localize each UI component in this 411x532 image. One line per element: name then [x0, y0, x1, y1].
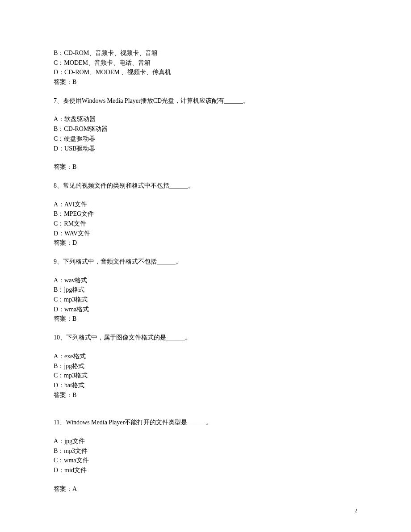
intro-option-d: D：CD-ROM、MODEM 、视频卡、传真机: [54, 67, 357, 77]
q11-option-a: A：jpg文件: [54, 436, 357, 446]
q9-question: 9、下列格式中，音频文件格式不包括______。: [54, 257, 357, 267]
page-number: 2: [355, 506, 358, 515]
q7-option-c: C：硬盘驱动器: [54, 134, 357, 144]
q7-question: 7、要使用Windows Media Player播放CD光盘，计算机应该配有_…: [54, 96, 357, 106]
q10-answer: 答案：B: [54, 390, 357, 400]
q8-option-a: A：AVI文件: [54, 200, 357, 209]
q8-option-d: D：WAV文件: [54, 229, 357, 239]
q7-option-b: B：CD-ROM驱动器: [54, 124, 357, 134]
intro-option-c: C：MODEM、音频卡、电话、音箱: [54, 58, 357, 68]
q9-option-d: D：wma格式: [54, 305, 357, 314]
q10-question: 10、下列格式中，属于图像文件格式的是______。: [54, 333, 357, 343]
q9-option-c: C：mp3格式: [54, 295, 357, 305]
q8-question: 8、常见的视频文件的类别和格式中不包括______。: [54, 181, 357, 191]
q7-answer: 答案：B: [54, 162, 357, 172]
q11-question: 11、Windows Media Player不能打开的文件类型是______。: [54, 418, 357, 427]
q7-option-d: D：USB驱动器: [54, 144, 357, 154]
q7-option-a: A：软盘驱动器: [54, 114, 357, 124]
q11-option-c: C：wma文件: [54, 456, 357, 465]
q11-option-b: B：mp3文件: [54, 446, 357, 456]
intro-answer: 答案：B: [54, 77, 357, 87]
q8-answer: 答案：D: [54, 238, 357, 248]
q9-option-b: B：jpg格式: [54, 285, 357, 295]
q8-option-c: C：RM文件: [54, 219, 357, 229]
q9-option-a: A：wav格式: [54, 276, 357, 285]
q9-answer: 答案：B: [54, 314, 357, 324]
q10-option-c: C：mp3格式: [54, 371, 357, 381]
q11-option-d: D：mid文件: [54, 465, 357, 475]
q10-option-a: A：exe格式: [54, 352, 357, 361]
q10-option-b: B：jpg格式: [54, 361, 357, 371]
document-page: B：CD-ROM、音频卡、视频卡、音箱 C：MODEM、音频卡、电话、音箱 D：…: [0, 0, 411, 532]
q11-answer: 答案：A: [54, 484, 357, 494]
q10-option-d: D：bat格式: [54, 381, 357, 390]
intro-option-b: B：CD-ROM、音频卡、视频卡、音箱: [54, 48, 357, 58]
q8-option-b: B：MPEG文件: [54, 209, 357, 219]
